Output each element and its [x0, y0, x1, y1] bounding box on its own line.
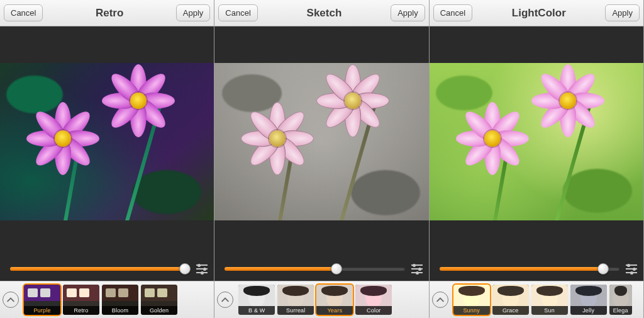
preset-color[interactable]: Color: [355, 285, 392, 315]
preset-label: Retro: [63, 306, 99, 315]
preset-label: Bloom: [102, 306, 138, 315]
chevron-up-icon[interactable]: [217, 292, 233, 308]
apply-button[interactable]: Apply: [605, 4, 640, 21]
slider-row: [214, 257, 428, 281]
preset-label: Color: [355, 306, 392, 315]
preview-image: [430, 63, 643, 220]
page-title: Retro: [43, 7, 175, 20]
preset-label: Jelly: [570, 306, 607, 315]
preset-label: B & W: [238, 306, 275, 315]
screen-retro: Cancel Retro Apply: [0, 0, 214, 318]
preset-strip: Sunny Grace Sun Jelly Elega: [430, 281, 643, 318]
header-bar: Cancel LightColor Apply: [430, 0, 643, 26]
intensity-slider[interactable]: [225, 264, 404, 273]
adjust-icon[interactable]: [626, 263, 637, 275]
preset-purple[interactable]: Purple: [24, 285, 60, 315]
preview-image: [214, 63, 428, 220]
preset-surreal[interactable]: Surreal: [277, 285, 314, 315]
slider-row: [430, 257, 643, 281]
preview-area: [214, 26, 428, 257]
preset-strip: B & W Surreal Years Color: [214, 281, 428, 318]
apply-button[interactable]: Apply: [391, 4, 425, 21]
cancel-button[interactable]: Cancel: [218, 4, 257, 21]
cancel-button[interactable]: Cancel: [4, 4, 43, 21]
preset-label: Surreal: [277, 306, 314, 315]
apply-button[interactable]: Apply: [176, 4, 211, 21]
preset-sun[interactable]: Sun: [531, 285, 568, 315]
preview-image: [0, 63, 214, 220]
intensity-slider[interactable]: [10, 264, 190, 273]
page-title: Sketch: [258, 7, 391, 20]
preset-grace[interactable]: Grace: [492, 285, 529, 315]
adjust-icon[interactable]: [196, 263, 208, 275]
preset-jelly[interactable]: Jelly: [570, 285, 607, 315]
slider-row: [0, 257, 214, 281]
preset-label: Sun: [531, 306, 568, 315]
preset-label: Years: [316, 306, 353, 315]
preset-label: Sunny: [453, 306, 490, 315]
preset-label: Purple: [24, 306, 60, 315]
preset-label: Grace: [492, 306, 529, 315]
preset-golden[interactable]: Golden: [141, 285, 177, 315]
preset-elega[interactable]: Elega: [609, 285, 632, 315]
preset-bw[interactable]: B & W: [238, 285, 275, 315]
screen-lightcolor: Cancel LightColor Apply: [430, 0, 644, 318]
preview-area: [430, 26, 643, 257]
preview-area: [0, 26, 214, 257]
screen-sketch: Cancel Sketch Apply: [214, 0, 429, 318]
preset-label: Elega: [609, 306, 632, 315]
preset-bloom[interactable]: Bloom: [102, 285, 138, 315]
preset-retro[interactable]: Retro: [63, 285, 99, 315]
chevron-up-icon[interactable]: [432, 292, 448, 308]
chevron-up-icon[interactable]: [3, 292, 19, 308]
header-bar: Cancel Retro Apply: [0, 0, 214, 26]
preset-sunny[interactable]: Sunny: [453, 285, 490, 315]
preset-years[interactable]: Years: [316, 285, 353, 315]
header-bar: Cancel Sketch Apply: [214, 0, 428, 26]
preset-strip: Purple Retro Bloom Golden: [0, 281, 214, 318]
intensity-slider[interactable]: [440, 264, 619, 273]
adjust-icon[interactable]: [411, 263, 423, 275]
preset-label: Golden: [141, 306, 177, 315]
cancel-button[interactable]: Cancel: [433, 4, 472, 21]
page-title: LightColor: [472, 7, 605, 20]
